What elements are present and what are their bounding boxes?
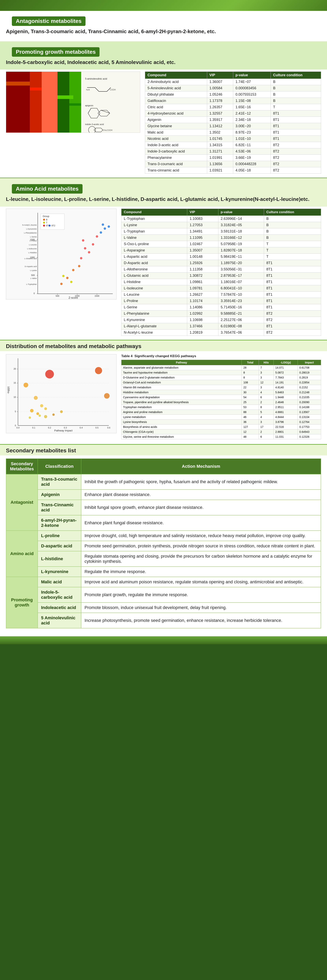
mechanism-cell: Enhance plant fungal disease resistance. — [81, 515, 321, 531]
table-cell: 5.07958E−19 — [218, 241, 264, 247]
svg-rect-7 — [57, 95, 73, 99]
svg-point-112 — [44, 407, 47, 410]
table-cell: Malic acid — [145, 129, 207, 135]
table-cell: 127 — [242, 425, 259, 430]
table-cell: 1.27053 — [187, 222, 218, 228]
table-cell: T — [271, 104, 321, 110]
list-item: AntagonistTrans-3-coumaric acidInhibit t… — [6, 474, 321, 490]
table-cell: Glycine, serine and threonine metabolism — [121, 434, 242, 439]
table-cell: 11.031 — [274, 434, 298, 439]
list-item: Trans-Cinnamic acidInhibit fungal spore … — [6, 500, 321, 515]
table-cell: 2.63996E−14 — [218, 216, 264, 222]
table-cell: Glycine betaine — [145, 123, 207, 129]
table-row: Nicotinic acid1.017451.01E−108T1 — [145, 135, 321, 142]
table-cell: 2.9511 — [274, 405, 298, 410]
mechanism-cell: Improve drought, cold, high temperature … — [81, 531, 321, 541]
table-cell: 8 — [242, 370, 259, 375]
svg-text:COOH: COOH — [110, 89, 116, 91]
compound-cell: Indoleacetic acid — [38, 603, 81, 613]
table-cell: 0.2819 — [298, 375, 321, 380]
table-cell: T — [264, 241, 321, 247]
table-cell: Nicotinic acid — [145, 135, 207, 142]
amino-table: Compound VIP p-value Culture condition L… — [121, 208, 321, 336]
svg-text:Pathway Impact: Pathway Impact — [54, 429, 73, 432]
compound-cell: 6-amyl-2H-pyran-2-ketone — [38, 515, 81, 531]
table-cell: 1.34491 — [187, 228, 218, 235]
table-cell: 8T1 — [264, 304, 321, 310]
heatmap-figure: 5-aminolevulinic acid H₂N COOH apigenin … — [6, 72, 140, 133]
svg-rect-8 — [69, 103, 81, 106]
table-cell: 0.22854 — [298, 380, 321, 385]
table-row: Lysine biosynthesis3633.87960.12764 — [121, 420, 321, 425]
svg-point-51 — [84, 247, 86, 250]
svg-point-45 — [66, 277, 68, 279]
table-cell: 2 — [259, 430, 274, 434]
table-cell: 1.03921 — [207, 167, 233, 173]
table-cell: 8T1 — [264, 260, 321, 266]
table-cell: 8 — [242, 375, 259, 380]
table-cell: L-Tryptophan — [121, 216, 187, 222]
table-cell: 3.66E−19 — [233, 154, 271, 161]
table-cell: 8T2 — [271, 142, 321, 148]
table-cell: 4.53E−06 — [233, 148, 271, 154]
table-cell: 1.65E−16 — [233, 104, 271, 110]
table-cell: 1.30872 — [187, 273, 218, 279]
col-culture: Culture condition — [271, 72, 321, 79]
svg-point-110 — [34, 396, 38, 400]
secondary-metabolites-table: Secondary Metabolites Classification Act… — [6, 458, 321, 628]
table-cell: 8T1 — [271, 110, 321, 116]
table-row: Glycine betaine1.134123.00E−208T1 — [145, 123, 321, 129]
table-cell: 0.64943 — [298, 430, 321, 434]
svg-text:500: 500 — [31, 274, 35, 276]
table-cell: Histidine metabolism — [121, 390, 242, 395]
table-cell: 2.8801 — [274, 430, 298, 434]
list-item: Indole-5-carboxylic acidPromote plant gr… — [6, 587, 321, 603]
kegg-col-log: -LOG(p) — [274, 360, 298, 365]
table-row: Glycine, serine and threonine metabolism… — [121, 434, 321, 439]
svg-point-108 — [45, 370, 54, 379]
mechanism-cell: Improve acid and aluminum poison resista… — [81, 577, 321, 587]
table-cell: Trans-3-coumaric acid — [145, 161, 207, 167]
mechanism-cell: Inhibit the growth of pathogenic spore, … — [81, 474, 321, 490]
list-item: L-histidineRegulate stomata opening and … — [6, 551, 321, 566]
svg-point-47 — [62, 275, 65, 277]
table-cell: 3.59131E−18 — [218, 228, 264, 235]
amino-col-pvalue: p-value — [218, 209, 264, 216]
table-cell: B — [264, 228, 321, 235]
table-cell: Citric acid — [145, 104, 207, 110]
table-cell: 46 — [242, 415, 259, 420]
table-row: L-Glutamic acid1.308722.87953E−178T1 — [121, 273, 321, 279]
svg-point-106 — [95, 367, 102, 374]
svg-text:1500: 1500 — [95, 295, 99, 297]
table-cell: 1.3502 — [207, 129, 233, 135]
table-cell: 5 — [259, 410, 274, 415]
table-row: 4-Hydroxybenzoic acid1.325572.41E−128T1 — [145, 110, 321, 116]
table-cell: 0.61708 — [298, 365, 321, 370]
table-row: Lysine metabolism4644.84440.13104 — [121, 415, 321, 420]
table-cell: 1.10083 — [187, 216, 218, 222]
table-cell: 8T2 — [264, 310, 321, 317]
table-cell: Trans-cinnamic acid — [145, 167, 207, 173]
svg-point-119 — [52, 414, 55, 416]
table-cell: Taurine and hypotaurine metabolism — [121, 370, 242, 375]
promoting-table: Compound VIP p-value Culture condition 2… — [145, 72, 321, 173]
table-row: 5-Aminolevulinic acid1.005840.000083456B — [145, 85, 321, 91]
table-cell: L-Histidine — [121, 279, 187, 285]
list-item: Amino acidL-prolineImprove drought, cold… — [6, 531, 321, 541]
table-cell: Arginine and proline metabolism — [121, 410, 242, 415]
compound-cell: L-proline — [38, 531, 81, 541]
table-row: Cyanoamino acid degradation5461.94480.21… — [121, 395, 321, 400]
table-cell: B — [264, 216, 321, 222]
svg-text:L-Leucine: L-Leucine — [29, 244, 37, 246]
table-cell: 1.00148 — [187, 254, 218, 260]
table-cell: 1.32557 — [207, 110, 233, 116]
svg-text:L-Lysine: L-Lysine — [30, 269, 37, 271]
mechanism-cell: Inhibit fungal spore growth, enhance pla… — [81, 500, 321, 515]
mechanism-cell: Enhance plant disease resistance. — [81, 490, 321, 500]
table-row: D-Aspartic acid1.259261.18975E−208T1 — [121, 260, 321, 266]
table-cell: L-Proline — [121, 298, 187, 304]
table-cell: B — [271, 79, 321, 85]
table-cell: T — [264, 247, 321, 254]
table-cell: 5.98419E−11 — [218, 254, 264, 260]
compound-cell: Malic acid — [38, 577, 81, 587]
